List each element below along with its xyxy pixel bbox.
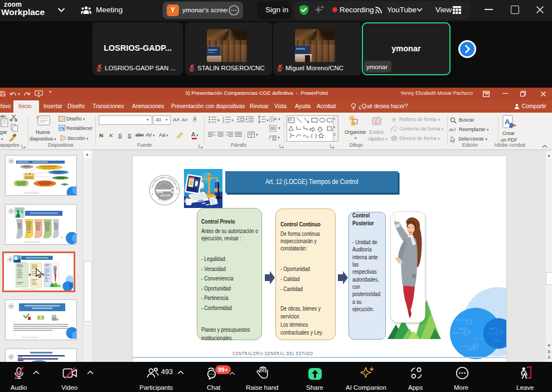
svg-text:1n1.0: 1n1.0: [458, 327, 466, 330]
svg-text:1n1.0: 1n1.0: [467, 347, 475, 351]
svg-text:A: A: [274, 117, 277, 122]
svg-text:3: 3: [222, 120, 224, 123]
svg-text:42 DE 1927: 42 DE 1927: [161, 195, 171, 197]
svg-text:A: A: [505, 118, 510, 126]
svg-text:ab: ab: [449, 127, 454, 132]
svg-text:1n1.0: 1n1.0: [490, 327, 497, 330]
